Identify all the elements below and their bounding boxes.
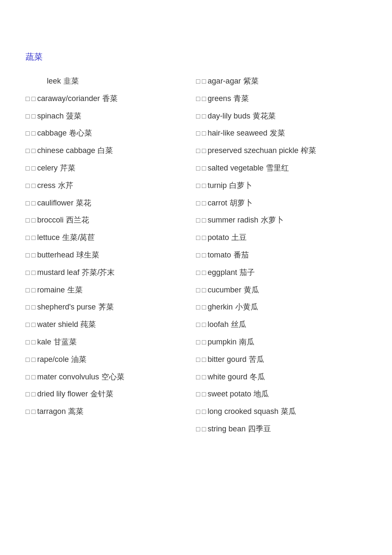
checkbox-icon[interactable]: □ bbox=[202, 319, 206, 330]
checkbox-icon[interactable]: □ bbox=[196, 198, 200, 209]
item-chinese: 荠菜 bbox=[98, 301, 114, 313]
checkbox-icon[interactable]: □ bbox=[202, 232, 206, 243]
checkbox-icon[interactable]: □ bbox=[202, 424, 206, 435]
checkbox-icon[interactable]: □ bbox=[26, 337, 30, 348]
checkbox-icon[interactable]: □ bbox=[202, 111, 206, 122]
list-item: □□summer radish水萝卜 bbox=[196, 212, 366, 228]
checkbox-icon[interactable]: □ bbox=[196, 319, 200, 330]
checkbox-icon[interactable]: □ bbox=[32, 215, 36, 226]
checkbox-icon[interactable]: □ bbox=[196, 232, 200, 243]
checkbox-icon[interactable]: □ bbox=[32, 302, 36, 313]
list-item: □□water shield莼菜 bbox=[26, 316, 196, 333]
checkbox-icon[interactable]: □ bbox=[26, 198, 30, 209]
checkbox-icon[interactable]: □ bbox=[26, 319, 30, 330]
checkbox-icon[interactable]: □ bbox=[26, 180, 30, 191]
checkbox-icon[interactable]: □ bbox=[202, 302, 206, 313]
checkbox-icon[interactable]: □ bbox=[202, 267, 206, 278]
checkbox-icon[interactable]: □ bbox=[196, 163, 200, 174]
checkbox-icon[interactable]: □ bbox=[32, 111, 36, 122]
list-item: leek韭菜 bbox=[26, 73, 196, 90]
checkbox-icon[interactable]: □ bbox=[196, 337, 200, 348]
checkbox-icon[interactable]: □ bbox=[32, 267, 36, 278]
item-english: turnip bbox=[208, 179, 227, 192]
checkbox-icon[interactable]: □ bbox=[26, 372, 30, 383]
checkbox-icon[interactable]: □ bbox=[196, 180, 200, 191]
item-english: kale bbox=[37, 336, 51, 348]
checkbox-icon[interactable]: □ bbox=[32, 285, 36, 296]
checkbox-icon[interactable]: □ bbox=[196, 372, 200, 383]
item-english: preserved szechuan pickle bbox=[208, 145, 298, 157]
checkbox-icon[interactable]: □ bbox=[26, 354, 30, 365]
checkbox-icon[interactable]: □ bbox=[26, 267, 30, 278]
item-english: eggplant bbox=[208, 266, 237, 279]
checkbox-icon[interactable]: □ bbox=[196, 111, 200, 122]
checkbox-icon[interactable]: □ bbox=[32, 198, 36, 209]
checkbox-icon[interactable]: □ bbox=[26, 232, 30, 243]
checkbox-icon[interactable]: □ bbox=[32, 372, 36, 383]
checkbox-icon[interactable]: □ bbox=[202, 76, 206, 87]
checkbox-icon[interactable]: □ bbox=[26, 145, 30, 156]
list-item: □□kale甘蓝菜 bbox=[26, 334, 196, 350]
checkbox-icon[interactable]: □ bbox=[26, 93, 30, 104]
checkbox-icon[interactable]: □ bbox=[202, 215, 206, 226]
checkbox-icon[interactable]: □ bbox=[202, 406, 206, 417]
checkbox-icon[interactable]: □ bbox=[26, 406, 30, 417]
list-item: □□greens青菜 bbox=[196, 90, 366, 107]
checkbox-icon[interactable]: □ bbox=[32, 180, 36, 191]
checkbox-icon[interactable]: □ bbox=[196, 354, 200, 365]
item-chinese: 油菜 bbox=[71, 353, 86, 366]
checkbox-icon[interactable]: □ bbox=[202, 163, 206, 174]
checkbox-icon[interactable]: □ bbox=[196, 250, 200, 261]
checkbox-icon[interactable]: □ bbox=[32, 163, 36, 174]
item-english: caraway/coriander bbox=[37, 92, 100, 105]
checkbox-icon[interactable]: □ bbox=[32, 354, 36, 365]
checkbox-icon[interactable]: □ bbox=[196, 424, 200, 435]
list-item: □□shepherd's purse荠菜 bbox=[26, 299, 196, 315]
checkbox-icon[interactable]: □ bbox=[32, 337, 36, 348]
checkbox-icon[interactable]: □ bbox=[26, 302, 30, 313]
item-english: cauliflower bbox=[37, 197, 73, 209]
checkbox-icon[interactable]: □ bbox=[202, 337, 206, 348]
item-chinese: 黄花菜 bbox=[253, 110, 276, 122]
checkbox-icon[interactable]: □ bbox=[26, 250, 30, 261]
item-chinese: 韭菜 bbox=[63, 75, 79, 87]
item-chinese: 菜瓜 bbox=[281, 405, 296, 418]
checkbox-icon[interactable]: □ bbox=[202, 285, 206, 296]
checkbox-icon[interactable]: □ bbox=[32, 406, 36, 417]
checkbox-icon[interactable]: □ bbox=[196, 145, 200, 156]
checkbox-icon[interactable]: □ bbox=[196, 267, 200, 278]
checkbox-icon[interactable]: □ bbox=[196, 302, 200, 313]
checkbox-icon[interactable]: □ bbox=[202, 145, 206, 156]
checkbox-icon[interactable]: □ bbox=[26, 285, 30, 296]
checkbox-icon[interactable]: □ bbox=[32, 319, 36, 330]
checkbox-icon[interactable]: □ bbox=[26, 389, 30, 400]
checkbox-icon[interactable]: □ bbox=[202, 180, 206, 191]
checkbox-icon[interactable]: □ bbox=[202, 354, 206, 365]
checkbox-icon[interactable]: □ bbox=[202, 250, 206, 261]
checkbox-icon[interactable]: □ bbox=[26, 163, 30, 174]
checkbox-icon[interactable]: □ bbox=[202, 93, 206, 104]
checkbox-icon[interactable]: □ bbox=[26, 111, 30, 122]
checkbox-icon[interactable]: □ bbox=[26, 215, 30, 226]
checkbox-icon[interactable]: □ bbox=[32, 389, 36, 400]
checkbox-icon[interactable]: □ bbox=[202, 128, 206, 139]
checkbox-icon[interactable]: □ bbox=[196, 406, 200, 417]
checkbox-icon[interactable]: □ bbox=[196, 285, 200, 296]
checkbox-icon[interactable]: □ bbox=[196, 389, 200, 400]
checkbox-icon[interactable]: □ bbox=[32, 232, 36, 243]
checkbox-icon[interactable]: □ bbox=[26, 128, 30, 139]
checkbox-icon[interactable]: □ bbox=[32, 145, 36, 156]
checkbox-icon[interactable]: □ bbox=[32, 93, 36, 104]
checkbox-icon[interactable]: □ bbox=[196, 93, 200, 104]
list-item: □□celery芹菜 bbox=[26, 160, 196, 176]
list-item: □□cabbage卷心菜 bbox=[26, 125, 196, 142]
checkbox-icon[interactable]: □ bbox=[196, 128, 200, 139]
item-english: bitter gourd bbox=[208, 353, 246, 366]
checkbox-icon[interactable]: □ bbox=[202, 372, 206, 383]
checkbox-icon[interactable]: □ bbox=[202, 389, 206, 400]
checkbox-icon[interactable]: □ bbox=[32, 250, 36, 261]
checkbox-icon[interactable]: □ bbox=[202, 198, 206, 209]
checkbox-icon[interactable]: □ bbox=[196, 76, 200, 87]
checkbox-icon[interactable]: □ bbox=[32, 128, 36, 139]
checkbox-icon[interactable]: □ bbox=[196, 215, 200, 226]
